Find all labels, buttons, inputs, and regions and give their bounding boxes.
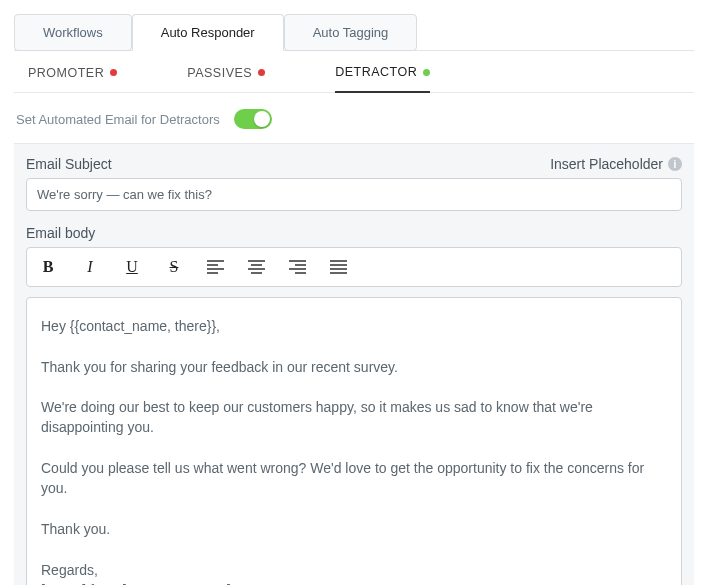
insert-placeholder-label: Insert Placeholder	[550, 156, 663, 172]
toggle-knob	[254, 111, 270, 127]
sub-tabs: PROMOTER PASSIVES DETRACTOR	[14, 51, 694, 93]
status-dot-icon	[110, 69, 117, 76]
subtab-detractor[interactable]: DETRACTOR	[335, 65, 430, 93]
email-body-editor[interactable]: Hey {{contact_name, there}}, Thank you f…	[26, 297, 682, 585]
tab-auto-tagging[interactable]: Auto Tagging	[284, 14, 418, 51]
automation-toggle-label: Set Automated Email for Detractors	[16, 112, 220, 127]
top-tabs: Workflows Auto Responder Auto Tagging	[14, 14, 694, 51]
body-label: Email body	[26, 225, 682, 241]
align-justify-button[interactable]	[330, 260, 347, 274]
bold-button[interactable]: B	[39, 258, 57, 276]
italic-button[interactable]: I	[81, 258, 99, 276]
subject-label: Email Subject	[26, 156, 112, 172]
automation-toggle[interactable]	[234, 109, 272, 129]
align-right-button[interactable]	[289, 260, 306, 274]
subtab-promoter[interactable]: PROMOTER	[28, 65, 117, 92]
insert-placeholder-button[interactable]: Insert Placeholder i	[550, 156, 682, 172]
subject-header: Email Subject Insert Placeholder i	[26, 156, 682, 172]
status-dot-icon	[423, 69, 430, 76]
subtab-passives-label: PASSIVES	[187, 66, 252, 80]
align-center-button[interactable]	[248, 260, 265, 274]
status-dot-icon	[258, 69, 265, 76]
subtab-promoter-label: PROMOTER	[28, 66, 104, 80]
underline-button[interactable]: U	[123, 258, 141, 276]
email-panel: Email Subject Insert Placeholder i Email…	[14, 143, 694, 585]
subtab-detractor-label: DETRACTOR	[335, 65, 417, 79]
automation-toggle-row: Set Automated Email for Detractors	[14, 93, 694, 143]
subject-input[interactable]	[26, 178, 682, 211]
info-icon: i	[668, 157, 682, 171]
strikethrough-button[interactable]: S	[165, 258, 183, 276]
subtab-passives[interactable]: PASSIVES	[187, 65, 265, 92]
tab-workflows[interactable]: Workflows	[14, 14, 132, 51]
editor-toolbar: B I U S	[26, 247, 682, 287]
align-left-button[interactable]	[207, 260, 224, 274]
tab-auto-responder[interactable]: Auto Responder	[132, 14, 284, 51]
